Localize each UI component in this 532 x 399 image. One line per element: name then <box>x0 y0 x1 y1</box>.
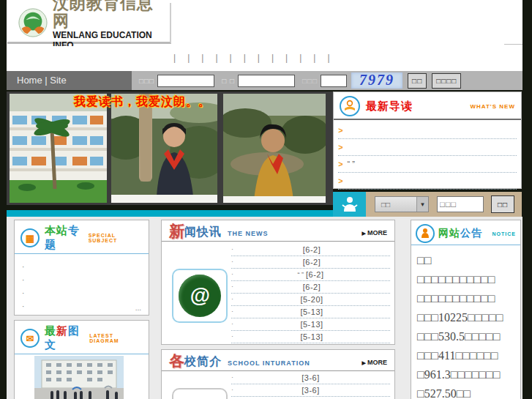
password-input[interactable] <box>238 75 295 87</box>
nav-separator[interactable]: | <box>327 53 329 63</box>
news-item[interactable]: ·[5-13] <box>231 318 390 331</box>
news-more-link[interactable]: ▶MORE <box>362 227 387 239</box>
news-list: ·[6-2] ·[6-2] ·“ ”[6-2] ·[6-2] ·[5-20] ·… <box>231 244 390 343</box>
news-item[interactable]: ·[6-2] <box>231 281 390 294</box>
nav-separator[interactable]: | <box>230 53 232 63</box>
home-site-links[interactable]: Home | Site <box>7 71 132 90</box>
banner-photo-child-yellow-sweater <box>223 94 326 203</box>
latest-diagram-photo[interactable] <box>34 356 124 399</box>
special-subject-title: 本站专题 <box>45 224 89 252</box>
banner-photo-girl-red-scarf <box>111 94 217 203</box>
header: 汶朗教育信息网 WENLANG EDUCATION INFO <box>7 0 522 46</box>
banner-slogan: 我爱读书，我爱汶朗。。 <box>74 94 293 110</box>
whats-new-item[interactable]: > <box>338 122 517 139</box>
special-subject-more-link[interactable]: ... <box>135 304 141 312</box>
nav-separator[interactable]: | <box>244 53 246 63</box>
nav-separator[interactable]: | <box>201 53 203 63</box>
top-navigation: | | | | | | | | | | | | <box>7 46 522 71</box>
captcha-input[interactable] <box>321 75 347 87</box>
captcha-image: 7979 <box>351 72 402 89</box>
school-item[interactable]: ·[3-6] <box>231 384 390 397</box>
news-item[interactable]: ·[5-13] <box>231 331 390 343</box>
whats-new-panel: 最新导读 WHAT'S NEW > > > “ ” > <box>333 92 522 189</box>
register-button[interactable]: □□□□ <box>432 73 461 89</box>
site-title: 汶朗教育信息网 <box>53 0 170 30</box>
news-panel: 新 闻快讯 THE NEWS ▶MORE @ ·[6-2] ·[6-2] ·“ … <box>161 220 395 345</box>
whats-new-item[interactable]: > “ ” <box>338 156 517 173</box>
banner: 我爱读书，我爱汶朗。。 <box>7 92 333 205</box>
special-subject-subtitle: SPECIAL SUBJECT <box>89 233 143 243</box>
special-subject-item[interactable]: · <box>22 276 141 289</box>
school-image-placeholder[interactable] <box>172 388 228 399</box>
banner-photo-school-building <box>10 94 107 203</box>
search-category-value: □□ <box>381 201 390 209</box>
nav-separator[interactable]: | <box>285 53 288 63</box>
nav-separator[interactable]: | <box>258 53 260 63</box>
header-divider <box>504 44 522 45</box>
news-item[interactable]: ·[5-13] <box>231 306 390 318</box>
password-label: □ □ <box>222 77 235 85</box>
nav-separator[interactable]: | <box>313 53 315 63</box>
news-subtitle: THE NEWS <box>228 228 269 239</box>
school-item[interactable]: ·[3-6] <box>231 372 390 384</box>
search-bar: □□ ▼ □□ <box>333 192 522 217</box>
latest-diagram-subtitle: LATEST DIAGRAM <box>89 333 143 343</box>
username-label: □□□ <box>139 77 154 85</box>
school-title: 校简介 <box>184 354 222 369</box>
arrow-icon: > <box>338 176 342 185</box>
notice-bell-person-icon <box>416 224 435 243</box>
school-list: ·[3-6] ·[3-6] ·[3-6] <box>231 372 390 399</box>
triangle-icon: ▶ <box>362 231 366 236</box>
school-title-lead: 各 <box>169 353 184 369</box>
whats-new-item-text: “ ” <box>347 160 354 168</box>
chevron-down-icon: ▼ <box>416 197 428 212</box>
nav-separator[interactable]: | <box>173 53 176 63</box>
arrow-icon: > <box>338 143 342 152</box>
special-subject-item[interactable]: · <box>22 302 141 316</box>
login-bar: Home | Site □□□ □ □ □□□ 7979 □□ □□□□ <box>7 71 522 90</box>
site-logo[interactable]: 汶朗教育信息网 WENLANG EDUCATION INFO <box>7 3 171 44</box>
search-category-select[interactable]: □□ ▼ <box>375 196 429 212</box>
news-item[interactable]: ·[6-2] <box>231 256 390 269</box>
reading-person-icon <box>340 96 360 116</box>
username-input[interactable] <box>157 75 214 87</box>
latest-diagram-icon: ✉ <box>20 329 40 348</box>
news-logo-image[interactable]: @ <box>172 269 228 323</box>
special-subject-panel: ▦ 本站专题 SPECIAL SUBJECT · · · · ... <box>14 220 149 316</box>
special-subject-icon: ▦ <box>20 228 40 247</box>
triangle-icon: ▶ <box>362 360 366 365</box>
news-item[interactable]: ·“ ”[6-2] <box>231 269 390 281</box>
whats-new-item[interactable]: > <box>338 139 517 156</box>
nav-separator[interactable]: | <box>271 53 274 63</box>
notice-body-text: □□ □□□□□□□□□□□ □□□□□□□□□□□ □□□10225□□□□□… <box>411 245 520 399</box>
school-more-link[interactable]: ▶MORE <box>362 357 387 369</box>
notice-subtitle: NOTICE <box>492 231 516 236</box>
nav-separator[interactable]: | <box>299 53 301 63</box>
nav-separator[interactable]: | <box>187 53 190 63</box>
at-symbol-logo: @ <box>179 275 221 317</box>
whats-new-item[interactable]: > <box>338 173 517 190</box>
whats-new-subtitle: WHAT'S NEW <box>470 103 515 110</box>
whats-new-title: 最新导读 <box>366 100 413 113</box>
school-subtitle: SCHOOL INTURATION <box>228 357 310 369</box>
logo-globe-hands-icon <box>18 7 48 39</box>
latest-diagram-panel: ✉ 最新图文 LATEST DIAGRAM <box>14 320 149 399</box>
login-button[interactable]: □□ <box>408 73 427 89</box>
arrow-icon: > <box>338 160 342 168</box>
notice-panel: 网站公告 NOTICE □□ □□□□□□□□□□□ □□□□□□□□□□□ □… <box>411 220 521 399</box>
arrow-icon: > <box>338 126 342 135</box>
search-keyword-input[interactable] <box>437 196 484 212</box>
news-title: 闻快讯 <box>184 225 222 239</box>
special-subject-item[interactable]: · <box>22 289 141 302</box>
search-button[interactable]: □□ <box>491 195 514 213</box>
captcha-label: □□□ <box>302 77 318 85</box>
news-title-lead: 新 <box>169 223 184 239</box>
school-intro-panel: 各 校简介 SCHOOL INTURATION ▶MORE ·[3-6] ·[3… <box>161 349 395 399</box>
latest-diagram-title: 最新图文 <box>45 324 89 352</box>
news-item[interactable]: ·[6-2] <box>231 244 390 256</box>
special-subject-item[interactable]: · <box>22 263 141 276</box>
news-item[interactable]: ·[5-20] <box>231 294 390 306</box>
search-person-icon <box>333 192 366 217</box>
notice-title: 网站公告 <box>438 227 482 240</box>
nav-separator[interactable]: | <box>215 53 217 63</box>
